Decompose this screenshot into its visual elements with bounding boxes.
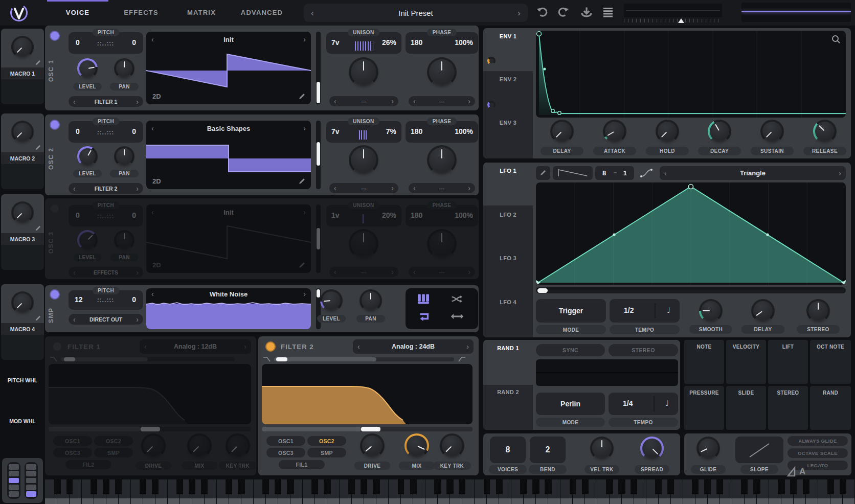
filter2-keytrack-knob[interactable]: [440, 433, 464, 458]
sample-next-icon[interactable]: [303, 290, 306, 297]
filter2-input-osc3[interactable]: OSC3: [266, 448, 305, 457]
osc3-wave-name[interactable]: Init: [146, 209, 311, 216]
zoom-magnifier-icon[interactable]: [831, 35, 841, 44]
mod-source-velocity[interactable]: VELOCITY: [726, 340, 766, 384]
voices-value[interactable]: 8: [506, 445, 510, 454]
osc1-routing-selector[interactable]: FILTER 1: [69, 96, 143, 107]
osc1-wave-name[interactable]: Init: [146, 36, 311, 43]
osc2-transpose[interactable]: 0: [76, 127, 80, 135]
filter2-cutoff-slider[interactable]: [274, 357, 454, 361]
osc2-spectral-morph-selector[interactable]: ---: [409, 183, 475, 193]
wave-edit-pencil-icon[interactable]: [298, 93, 306, 100]
filter2-input-osc1[interactable]: OSC1: [266, 436, 305, 446]
redo-icon[interactable]: [557, 7, 570, 18]
rand-sync-button[interactable]: SYNC: [536, 344, 605, 356]
osc2-frame-slider[interactable]: [316, 121, 321, 189]
mod-source-note[interactable]: NOTE: [684, 340, 724, 384]
edit-pencil-icon[interactable]: [35, 59, 41, 66]
env-sustain-knob[interactable]: [760, 120, 784, 143]
wave-edit-pencil-icon[interactable]: [298, 261, 306, 269]
tab-voice[interactable]: VOICE: [47, 0, 108, 26]
lfo-phase-slider[interactable]: [536, 287, 846, 293]
tab-lfo3[interactable]: LFO 3: [483, 255, 533, 261]
filter1-drive-knob[interactable]: [141, 433, 166, 458]
filter1-mix-knob[interactable]: [187, 433, 212, 458]
osc1-level-knob[interactable]: [77, 58, 98, 79]
random-phase-icon[interactable]: [451, 294, 464, 304]
osc1-unison-voices[interactable]: 7v: [331, 38, 340, 47]
lfo-mode-value[interactable]: Trigger: [559, 307, 583, 315]
macro-3-knob[interactable]: [11, 201, 34, 224]
rand-tempo-value[interactable]: 1/4: [623, 399, 633, 407]
osc3-view-mode[interactable]: 2D: [152, 261, 161, 269]
tab-matrix[interactable]: MATRIX: [174, 0, 229, 26]
lfo-smooth-curve-icon[interactable]: [640, 168, 653, 178]
smp-transpose[interactable]: 12: [75, 295, 83, 304]
always-glide-toggle[interactable]: ALWAYS GLIDE: [788, 436, 848, 446]
osc2-unison-voices[interactable]: 7v: [331, 127, 340, 135]
osc3-spectral-knob[interactable]: [427, 229, 457, 259]
mod-source-pressure[interactable]: PRESSURE: [684, 386, 724, 430]
lfo-mode-box[interactable]: Trigger: [536, 299, 606, 323]
preset-next-icon[interactable]: [518, 9, 521, 17]
bounce-icon[interactable]: [451, 313, 464, 320]
preset-browser[interactable]: Init Preset: [304, 4, 528, 22]
filter1-bottom-slider[interactable]: [49, 427, 251, 431]
osc1-tune[interactable]: 0: [132, 38, 136, 47]
osc3-unison-detune[interactable]: 20%: [382, 211, 396, 219]
white-keys[interactable]: [45, 498, 855, 504]
filter2-drive-knob[interactable]: [360, 433, 385, 458]
wave-edit-pencil-icon[interactable]: [298, 177, 306, 185]
tab-env3[interactable]: ENV 3: [483, 120, 533, 126]
lfo-grid-rows[interactable]: 8: [602, 169, 606, 177]
env-attack-knob[interactable]: [603, 120, 626, 143]
osc2-tune[interactable]: 0: [132, 127, 136, 135]
filter1-input-osc2[interactable]: OSC2: [94, 436, 133, 446]
edit-pencil-icon[interactable]: [35, 225, 41, 232]
tab-advanced[interactable]: ADVANCED: [229, 0, 295, 26]
tab-lfo2[interactable]: LFO 2: [483, 212, 533, 218]
smp-sample-name[interactable]: White Noise: [146, 290, 311, 298]
octave-scale-toggle[interactable]: OCTAVE SCALE: [788, 448, 848, 458]
osc1-spectral-knob[interactable]: [427, 57, 457, 87]
tempo-note-icon[interactable]: [667, 306, 670, 315]
rand-mode-box[interactable]: Perlin: [536, 393, 605, 415]
filter2-bottom-slider[interactable]: [262, 427, 472, 431]
osc1-view-mode[interactable]: 2D: [152, 93, 161, 100]
edit-pencil-icon[interactable]: [35, 315, 41, 322]
lfo-preview-box[interactable]: [553, 166, 593, 180]
osc1-phase-value[interactable]: 180: [411, 38, 422, 47]
save-icon[interactable]: [580, 6, 593, 19]
mod-source-stereo[interactable]: STEREO: [768, 386, 808, 430]
rand-tempo-box[interactable]: 1/4: [609, 393, 678, 415]
env-delay-knob[interactable]: [550, 120, 574, 143]
tab-rand1[interactable]: RAND 1: [483, 345, 533, 351]
lfo-shape-selector[interactable]: Triangle: [660, 166, 846, 180]
spread-knob[interactable]: [640, 437, 664, 460]
menu-icon[interactable]: [603, 8, 613, 9]
osc1-frame-slider[interactable]: [316, 32, 321, 104]
undo-icon[interactable]: [536, 7, 548, 18]
filter1-input-osc3[interactable]: OSC3: [53, 448, 92, 457]
osc2-spectral-knob[interactable]: [427, 145, 457, 175]
keytrack-icon[interactable]: [417, 293, 430, 305]
edit-pencil-icon[interactable]: [35, 144, 41, 151]
wave-next-icon[interactable]: [303, 209, 306, 216]
filter1-input-smp[interactable]: SMP: [94, 448, 133, 457]
vital-logo[interactable]: [8, 2, 30, 24]
piano-keyboard[interactable]: [45, 479, 855, 504]
env-hold-knob[interactable]: [656, 120, 679, 143]
filter2-input-osc2[interactable]: OSC2: [307, 436, 346, 446]
osc3-wave-morph-selector[interactable]: ---: [329, 267, 398, 277]
filter2-response-display[interactable]: [262, 364, 472, 424]
rand-stereo-button[interactable]: STEREO: [609, 344, 678, 356]
osc3-frame-slider[interactable]: [316, 204, 321, 273]
vel-track-knob[interactable]: [590, 437, 614, 460]
osc2-wave-display[interactable]: Basic Shapes 2D: [146, 121, 311, 189]
osc1-power-toggle[interactable]: [50, 31, 60, 41]
osc3-transpose[interactable]: 0: [76, 211, 80, 219]
osc3-unison-voices[interactable]: 1v: [331, 211, 340, 219]
bend-value-box[interactable]: 2: [530, 437, 566, 463]
glide-knob[interactable]: [696, 437, 720, 460]
mod-source-slide[interactable]: SLIDE: [726, 386, 766, 430]
